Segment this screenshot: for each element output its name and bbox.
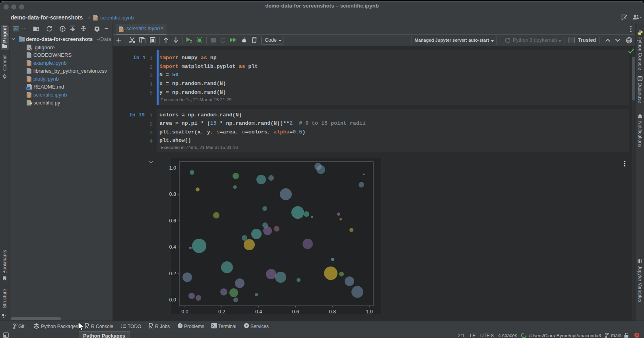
svg-text:0.4: 0.4 [255,309,262,315]
svg-text:0.0: 0.0 [181,309,188,315]
svg-text:1.0: 1.0 [366,309,372,315]
svg-text:MD: MD [27,87,30,89]
svg-text:0.4: 0.4 [169,244,176,250]
svg-text:0.6: 0.6 [292,309,299,315]
svg-text:0.0: 0.0 [169,297,176,303]
svg-text:1.0: 1.0 [169,165,176,171]
svg-text:0.2: 0.2 [218,309,225,315]
svg-text:0.2: 0.2 [169,271,176,276]
svg-text:0.8: 0.8 [329,309,336,315]
svg-text:0.8: 0.8 [169,191,176,197]
svg-text:0.6: 0.6 [169,218,176,224]
